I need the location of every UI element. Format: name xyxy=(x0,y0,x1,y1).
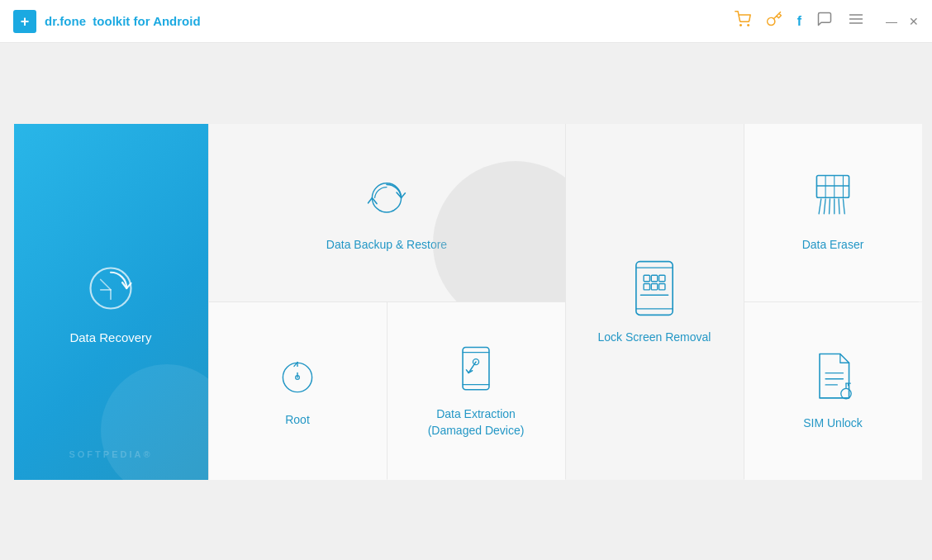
svg-rect-27 xyxy=(816,175,849,197)
watermark: SOFTPEDIA® xyxy=(69,449,152,459)
lock-screen-label: Lock Screen Removal xyxy=(598,330,711,346)
svg-rect-17 xyxy=(636,261,673,315)
menu-icon[interactable] xyxy=(848,11,864,31)
chat-icon[interactable] xyxy=(816,11,833,31)
titlebar-right: f — ✕ xyxy=(735,11,919,31)
card-sim-unlock[interactable]: SIM Unlock xyxy=(744,302,922,480)
features-grid: Data Recovery SOFTPEDIA® Data Backup & R… xyxy=(14,124,919,479)
key-icon[interactable] xyxy=(766,11,782,31)
lock-screen-icon xyxy=(630,259,679,318)
svg-rect-13 xyxy=(463,347,489,389)
app-logo: + xyxy=(13,10,36,33)
card-root[interactable]: Root xyxy=(209,302,387,480)
data-eraser-label: Data Eraser xyxy=(802,237,864,254)
logo-cross-icon: + xyxy=(21,14,30,29)
svg-line-36 xyxy=(839,199,839,214)
card-data-eraser[interactable]: Data Eraser xyxy=(744,124,922,301)
card-lock-screen[interactable]: Lock Screen Removal xyxy=(566,124,744,480)
svg-line-37 xyxy=(843,199,844,214)
app-subtitle: toolkit for Android xyxy=(93,14,200,28)
close-button[interactable]: ✕ xyxy=(909,16,919,27)
app-name: dr.fone toolkit for Android xyxy=(45,14,201,28)
card-data-backup[interactable]: Data Backup & Restore xyxy=(209,124,565,301)
svg-rect-25 xyxy=(659,283,665,289)
card-data-recovery[interactable]: Data Recovery SOFTPEDIA® xyxy=(14,124,208,480)
cart-icon[interactable] xyxy=(735,11,751,31)
svg-rect-21 xyxy=(651,275,657,281)
data-recovery-label: Data Recovery xyxy=(69,330,151,344)
sim-unlock-label: SIM Unlock xyxy=(803,415,863,432)
svg-line-34 xyxy=(830,199,830,214)
card-data-extraction[interactable]: Data Extraction (Damaged Device) xyxy=(388,302,565,480)
svg-line-33 xyxy=(824,199,825,214)
root-icon xyxy=(274,354,321,401)
titlebar: + dr.fone toolkit for Android f xyxy=(0,0,932,43)
app-prefix: dr.fone xyxy=(45,14,86,28)
svg-rect-23 xyxy=(644,283,649,289)
data-extraction-label: Data Extraction (Damaged Device) xyxy=(410,406,542,439)
facebook-icon[interactable]: f xyxy=(797,14,801,29)
svg-line-32 xyxy=(819,199,821,214)
sim-unlock-icon xyxy=(809,351,857,404)
root-label: Root xyxy=(285,412,310,429)
svg-point-1 xyxy=(748,25,749,26)
svg-rect-24 xyxy=(651,283,657,289)
titlebar-left: + dr.fone toolkit for Android xyxy=(13,10,201,33)
data-backup-icon xyxy=(360,173,413,225)
window-controls: — ✕ xyxy=(886,16,919,27)
svg-point-5 xyxy=(91,268,131,309)
data-extraction-icon xyxy=(453,344,499,395)
svg-rect-22 xyxy=(659,275,665,281)
main-content: Data Recovery SOFTPEDIA® Data Backup & R… xyxy=(0,43,932,560)
minimize-button[interactable]: — xyxy=(886,16,897,27)
data-eraser-icon xyxy=(809,173,857,225)
svg-point-0 xyxy=(739,25,741,26)
data-backup-label: Data Backup & Restore xyxy=(326,237,447,254)
svg-rect-20 xyxy=(644,275,649,281)
data-recovery-icon xyxy=(82,259,140,317)
